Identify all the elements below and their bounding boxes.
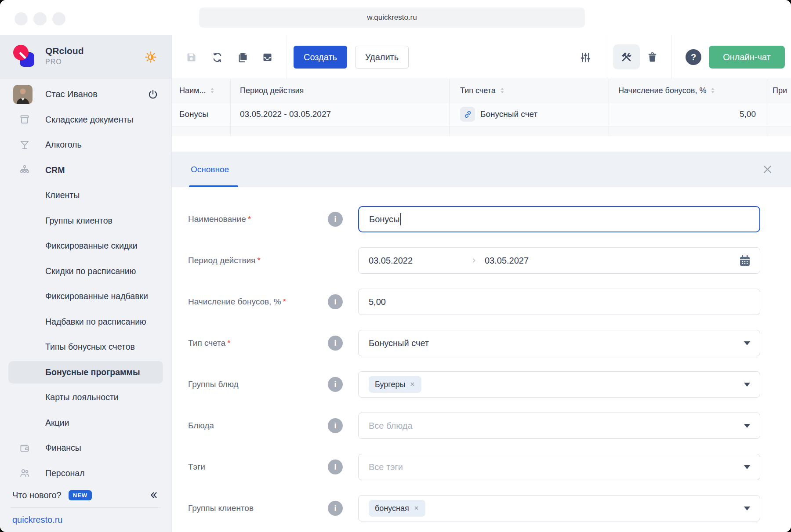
period-end-value[interactable]: 03.05.2027 — [485, 256, 529, 266]
chevron-down-icon — [744, 341, 750, 345]
row-period: 03.05.2022 - 03.05.2027 — [240, 109, 331, 119]
save-button[interactable] — [182, 48, 200, 66]
account-type-select[interactable]: Бонусный счет — [358, 330, 760, 356]
link-icon[interactable] — [460, 107, 475, 122]
copy-button[interactable] — [234, 48, 251, 66]
user-avatar — [13, 85, 33, 104]
brand-name: QRcloud — [45, 46, 84, 56]
name-input[interactable]: Бонусы — [358, 206, 760, 232]
whats-new-item[interactable]: Что нового? NEW — [0, 483, 171, 507]
sidebar-item-crm[interactable]: CRM — [0, 158, 171, 183]
sidebar-item-bonus-account-types[interactable]: Типы бонусных счетов — [0, 334, 171, 360]
dish-groups-multiselect[interactable]: Бургеры — [358, 371, 760, 398]
refresh-button[interactable] — [208, 48, 226, 66]
create-button[interactable]: Создать — [294, 46, 347, 69]
calendar-icon[interactable] — [738, 254, 752, 268]
row-account-type: Бонусный счет — [480, 109, 537, 119]
tab-main[interactable]: Основное — [191, 152, 229, 187]
save-icon — [182, 51, 200, 63]
online-chat-button[interactable]: Онлайн-чат — [709, 46, 785, 69]
qrcloud-logo-icon[interactable] — [13, 45, 35, 68]
table-empty-row — [172, 127, 791, 136]
sort-icon — [500, 87, 504, 94]
sidebar-item-bonus-programs[interactable]: Бонусные программы — [0, 360, 171, 385]
trash-button[interactable] — [643, 48, 661, 66]
info-icon[interactable] — [328, 460, 343, 474]
form-row-client-groups: Группы клиентов бонусная — [172, 495, 791, 521]
dishes-multiselect[interactable]: Все блюда — [358, 413, 760, 439]
sidebar-item-clients[interactable]: Клиенты — [0, 183, 171, 208]
collapse-sidebar-icon[interactable] — [148, 489, 159, 501]
user-name: Стас Иванов — [45, 89, 98, 99]
sitemap-icon — [19, 164, 30, 176]
address-bar[interactable]: w.quickresto.ru — [199, 7, 585, 28]
new-badge: NEW — [69, 490, 92, 500]
trash-icon — [643, 51, 661, 63]
sort-icon — [210, 87, 214, 94]
sidebar-item-staff[interactable]: Персонал — [0, 461, 171, 486]
column-header-bonus-percent[interactable]: Начисление бонусов, % — [609, 79, 767, 102]
sidebar-item-scheduled-discounts[interactable]: Скидки по расписанию — [0, 259, 171, 284]
table-row[interactable]: Бонусы 03.05.2022 - 03.05.2027 Бонусный … — [172, 102, 791, 127]
client-groups-multiselect[interactable]: бонусная — [358, 495, 760, 521]
sidebar-item-loyalty-cards[interactable]: Карты лояльности — [0, 385, 171, 410]
logout-power-icon[interactable] — [147, 89, 159, 100]
info-icon[interactable] — [328, 418, 343, 433]
quickresto-link[interactable]: quickresto.ru — [12, 515, 63, 525]
info-icon[interactable] — [328, 294, 343, 309]
help-button[interactable] — [686, 49, 701, 65]
chevron-down-icon — [744, 507, 750, 510]
user-profile-item[interactable]: Стас Иванов — [0, 82, 171, 107]
sidebar-footer: Что нового? NEW quickresto.ru — [0, 483, 171, 532]
remove-chip-icon[interactable] — [414, 504, 419, 513]
window-close-dot[interactable] — [15, 12, 28, 25]
row-name: Бонусы — [179, 109, 208, 119]
theme-contrast-icon[interactable] — [144, 51, 157, 64]
chevron-down-icon — [744, 424, 750, 428]
sidebar-item-client-groups[interactable]: Группы клиентов — [0, 208, 171, 234]
people-icon — [19, 467, 30, 479]
detail-panel-form: Наименование* Бонусы Период действия* 03… — [172, 187, 791, 532]
info-icon[interactable] — [328, 212, 343, 227]
period-range-input[interactable]: 03.05.2022 03.05.2027 — [358, 247, 760, 274]
form-row-percent: Начисление бонусов, %* 5,00 — [172, 289, 791, 315]
filter-columns-button[interactable] — [577, 48, 594, 66]
window-minimize-dot[interactable] — [33, 12, 47, 25]
bonus-programs-table: Наим... Период действия Тип счета Начисл… — [172, 79, 791, 136]
form-row-account-type: Тип счета* Бонусный счет — [172, 330, 791, 356]
sidebar-item-promotions[interactable]: Акции — [0, 410, 171, 436]
main-content: Создать Удалить Онлайн-чат — [172, 35, 791, 532]
detail-panel-tabs: Основное — [172, 152, 791, 187]
close-panel-button[interactable] — [762, 163, 773, 175]
toolbar-divider — [608, 35, 608, 79]
row-bonus-percent: 5,00 — [740, 109, 756, 119]
chip-dish-group: Бургеры — [369, 376, 421, 393]
tags-multiselect[interactable]: Все тэги — [358, 454, 760, 480]
period-start-value[interactable]: 03.05.2022 — [369, 256, 470, 266]
sidebar-item-fixed-discounts[interactable]: Фиксированные скидки — [0, 233, 171, 259]
column-header-applied[interactable]: При — [767, 79, 791, 102]
archive-button[interactable] — [258, 48, 276, 66]
sidebar-item-scheduled-markups[interactable]: Надбавки по расписанию — [0, 309, 171, 335]
remove-chip-icon[interactable] — [410, 380, 415, 389]
sidebar-item-warehouse-docs[interactable]: Складские документы — [0, 107, 171, 133]
column-header-name[interactable]: Наим... — [172, 79, 230, 102]
sidebar-item-finance[interactable]: Финансы — [0, 435, 171, 461]
tools-button[interactable] — [613, 44, 640, 69]
info-icon[interactable] — [328, 501, 343, 516]
info-icon[interactable] — [328, 377, 343, 392]
app-window: w.quickresto.ru QRcloud PRO — [0, 0, 791, 532]
column-header-account-type[interactable]: Тип счета — [449, 79, 609, 102]
wallet-icon — [19, 442, 30, 454]
window-maximize-dot[interactable] — [52, 12, 65, 25]
bonus-percent-input[interactable]: 5,00 — [358, 289, 760, 315]
dishes-placeholder: Все блюда — [369, 421, 413, 431]
sidebar-item-fixed-markups[interactable]: Фиксированные надбавки — [0, 284, 171, 309]
text-caret — [400, 213, 401, 225]
tags-placeholder: Все тэги — [369, 462, 403, 472]
form-row-period: Период действия* 03.05.2022 03.05.2027 — [172, 247, 791, 274]
column-header-period[interactable]: Период действия — [230, 79, 449, 102]
info-icon[interactable] — [328, 336, 343, 351]
sidebar-item-alcohol[interactable]: Алкоголь — [0, 132, 171, 158]
delete-button[interactable]: Удалить — [355, 46, 409, 69]
